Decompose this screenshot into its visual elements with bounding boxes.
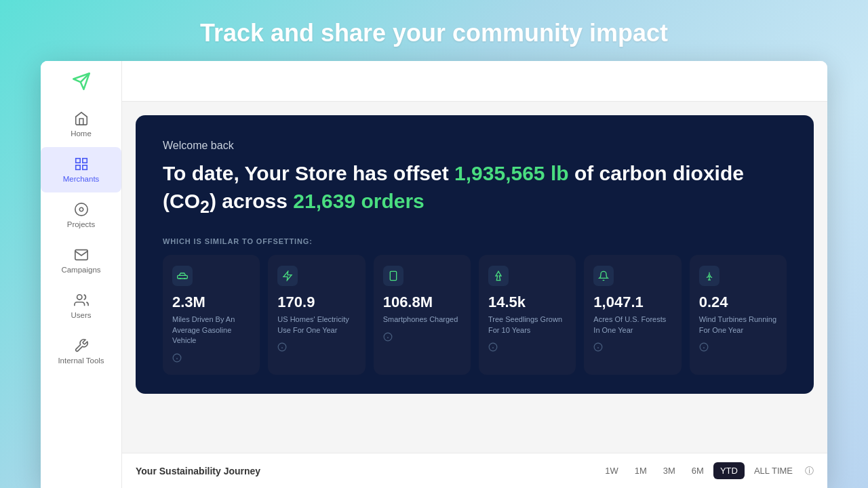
projects-icon bbox=[74, 202, 89, 217]
stat-info-trees bbox=[488, 342, 566, 354]
time-btn-1m[interactable]: 1M bbox=[628, 462, 654, 479]
orders-value: 21,639 orders bbox=[293, 190, 424, 212]
content-area: Welcome back To date, Your Store has off… bbox=[122, 102, 827, 453]
sidebar-home-label: Home bbox=[71, 129, 92, 138]
sustainability-journey-label: Your Sustainability Journey bbox=[136, 466, 260, 476]
stat-desc-phones: Smartphones Charged bbox=[383, 314, 461, 325]
sidebar-users-label: Users bbox=[71, 311, 91, 319]
sidebar-item-merchants[interactable]: Merchants bbox=[41, 147, 121, 192]
svg-point-11 bbox=[184, 278, 185, 279]
page-title: Track and share your community impact bbox=[200, 0, 668, 61]
campaigns-icon bbox=[74, 247, 89, 262]
sidebar-item-home[interactable]: Home bbox=[41, 102, 121, 147]
time-filters: 1W 1M 3M 6M YTD ALL TIME ⓘ bbox=[598, 462, 814, 479]
forest-icon-container bbox=[593, 266, 614, 286]
offset-value: 1,935,565 lb bbox=[454, 162, 568, 184]
sidebar-campaigns-label: Campaigns bbox=[61, 266, 100, 274]
info-icon-homes bbox=[277, 342, 287, 352]
time-info-icon: ⓘ bbox=[805, 465, 814, 477]
time-btn-1w[interactable]: 1W bbox=[598, 462, 625, 479]
top-bar bbox=[122, 61, 827, 102]
stat-desc-homes: US Homes' Electricity Use For One Year bbox=[277, 314, 355, 336]
stat-value-trees: 14.5k bbox=[488, 294, 566, 310]
wind-turbine-icon-container bbox=[699, 266, 719, 286]
sidebar-item-projects[interactable]: Projects bbox=[41, 192, 121, 238]
svg-rect-4 bbox=[75, 165, 79, 169]
info-icon-forests bbox=[593, 342, 603, 352]
dark-card: Welcome back To date, Your Store has off… bbox=[136, 115, 814, 394]
stat-card-phones: 106.8M Smartphones Charged bbox=[374, 255, 471, 374]
app-window: Home Merchants Projects Campaigns bbox=[41, 61, 827, 488]
send-icon bbox=[72, 72, 91, 91]
svg-point-10 bbox=[180, 278, 181, 279]
stat-card-trees: 14.5k Tree Seedlings Grown For 10 Years bbox=[479, 255, 576, 374]
time-btn-all-time[interactable]: ALL TIME bbox=[747, 462, 800, 479]
sidebar-item-internal-tools[interactable]: Internal Tools bbox=[41, 329, 121, 374]
svg-point-7 bbox=[79, 207, 83, 211]
stat-value-phones: 106.8M bbox=[383, 294, 461, 310]
stat-info-forests bbox=[593, 342, 671, 354]
stat-card-forests: 1,047.1 Acres Of U.S. Forests In One Yea… bbox=[584, 255, 681, 374]
car-icon-container bbox=[172, 266, 193, 286]
stat-info-homes bbox=[277, 342, 355, 354]
svg-rect-9 bbox=[178, 276, 188, 279]
stat-info-miles bbox=[172, 353, 250, 365]
sidebar-projects-label: Projects bbox=[67, 220, 96, 228]
main-content: Welcome back To date, Your Store has off… bbox=[122, 61, 827, 488]
stat-desc-wind: Wind Turbines Running For One Year bbox=[699, 314, 777, 336]
users-icon bbox=[74, 293, 89, 308]
headline-prefix: To date, Your Store has offset bbox=[163, 162, 449, 184]
wind-turbine-icon bbox=[704, 270, 715, 281]
svg-rect-19 bbox=[390, 272, 396, 281]
info-icon-miles bbox=[172, 353, 182, 363]
welcome-text: Welcome back bbox=[163, 140, 787, 152]
stat-value-miles: 2.3M bbox=[172, 294, 250, 310]
sidebar-merchants-label: Merchants bbox=[63, 175, 100, 183]
sidebar: Home Merchants Projects Campaigns bbox=[41, 61, 122, 488]
info-icon-wind bbox=[699, 342, 709, 352]
tools-icon bbox=[74, 338, 89, 353]
time-btn-6m[interactable]: 6M bbox=[685, 462, 711, 479]
stat-card-miles: 2.3M Miles Driven By An Average Gasoline… bbox=[163, 255, 260, 374]
merchants-icon bbox=[74, 157, 89, 171]
forest-icon bbox=[598, 270, 609, 281]
stat-card-homes: 170.9 US Homes' Electricity Use For One … bbox=[268, 255, 365, 374]
stat-value-homes: 170.9 bbox=[277, 294, 355, 310]
home-icon bbox=[74, 111, 89, 126]
lightning-icon bbox=[282, 270, 293, 281]
stat-desc-trees: Tree Seedlings Grown For 10 Years bbox=[488, 314, 566, 336]
car-icon bbox=[177, 270, 188, 281]
stat-value-forests: 1,047.1 bbox=[593, 294, 671, 310]
svg-rect-5 bbox=[82, 165, 86, 169]
stats-grid: 2.3M Miles Driven By An Average Gasoline… bbox=[163, 255, 787, 374]
stat-info-wind bbox=[699, 342, 777, 354]
sidebar-item-campaigns[interactable]: Campaigns bbox=[41, 238, 121, 283]
stat-desc-forests: Acres Of U.S. Forests In One Year bbox=[593, 314, 671, 336]
headline: To date, Your Store has offset 1,935,565… bbox=[163, 160, 787, 218]
stat-info-phones bbox=[383, 332, 461, 344]
svg-rect-3 bbox=[82, 159, 86, 163]
info-icon-phones bbox=[383, 332, 393, 342]
time-btn-3m[interactable]: 3M bbox=[656, 462, 682, 479]
tree-icon-container bbox=[488, 266, 509, 286]
sidebar-item-users[interactable]: Users bbox=[41, 283, 121, 329]
svg-point-6 bbox=[75, 203, 87, 216]
svg-marker-15 bbox=[283, 272, 292, 281]
svg-point-8 bbox=[77, 295, 81, 300]
sidebar-tools-label: Internal Tools bbox=[58, 357, 104, 365]
bottom-bar: Your Sustainability Journey 1W 1M 3M 6M … bbox=[122, 453, 827, 488]
lightning-icon-container bbox=[277, 266, 298, 286]
stat-value-wind: 0.24 bbox=[699, 294, 777, 310]
time-btn-ytd[interactable]: YTD bbox=[713, 462, 745, 479]
stat-desc-miles: Miles Driven By An Average Gasoline Vehi… bbox=[172, 314, 250, 346]
tree-icon bbox=[493, 270, 504, 281]
sidebar-logo bbox=[41, 61, 121, 102]
info-icon-trees bbox=[488, 342, 498, 352]
phone-icon-container bbox=[383, 266, 403, 286]
similar-label: WHICH IS SIMILAR TO OFFSETTING: bbox=[163, 237, 787, 245]
stat-card-wind: 0.24 Wind Turbines Running For One Year bbox=[690, 255, 787, 374]
phone-icon bbox=[388, 270, 399, 281]
svg-rect-2 bbox=[75, 159, 79, 163]
